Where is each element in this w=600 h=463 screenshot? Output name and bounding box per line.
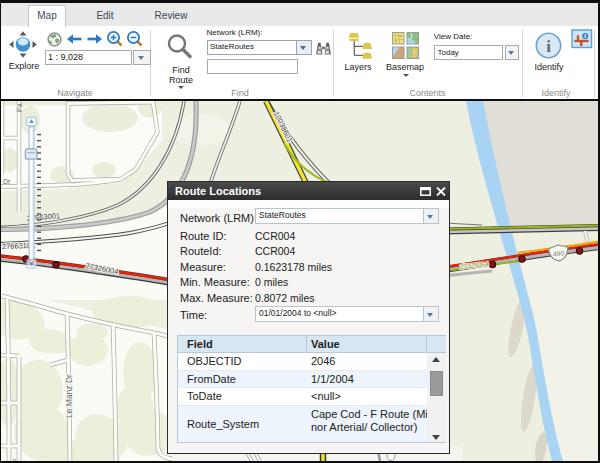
svg-text:Dr: Dr <box>3 178 11 185</box>
svg-text:Le Manz Dr: Le Manz Dr <box>64 374 74 418</box>
svg-text:Pa: Pa <box>16 103 23 112</box>
svg-text:i: i <box>546 37 551 56</box>
svg-text:490: 490 <box>552 249 564 257</box>
